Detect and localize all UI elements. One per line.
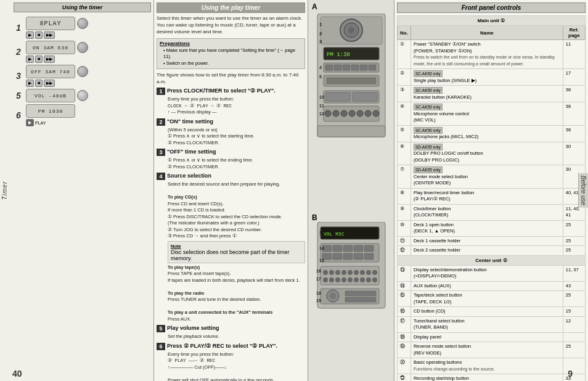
item-num-20: ⑳ <box>398 358 411 374</box>
badge-2: SC-AK50 only <box>414 70 443 77</box>
table-row: ⑮ Tape/deck select button(TAPE, DECK 1/2… <box>398 291 586 307</box>
svg-point-63 <box>323 277 328 282</box>
step-title-5: Play volume setting <box>167 325 219 331</box>
table-row: ⑤ SC-AK50 only Microphone jacks (MIC1, M… <box>398 125 586 142</box>
item-ref-3: 38 <box>563 86 585 102</box>
svg-point-62 <box>372 270 377 275</box>
table-row: ⑬ Display select/demonstration button(=D… <box>398 265 586 281</box>
step-num-2: 2 <box>16 47 23 57</box>
step-content-2: (Within 5 seconds or so) ① Press ∧ or ∨ … <box>168 127 305 147</box>
svg-rect-23 <box>353 92 377 101</box>
svg-point-54 <box>323 270 328 275</box>
front-panel-title: Front panel controls <box>397 2 586 13</box>
svg-point-4 <box>348 27 354 33</box>
display-1: 8PLAY <box>39 20 61 27</box>
svg-point-27 <box>325 110 331 117</box>
device-box-3: OFF 3AM 740 <box>26 65 75 78</box>
step-content-5: Set the playback volume. <box>168 334 305 340</box>
svg-text:10: 10 <box>319 95 324 99</box>
step-content-1: Every time you press the button: CLOCK →… <box>168 96 305 116</box>
step-title-1: Press CLOCK/TIMER to select "② PLAY". <box>167 88 276 94</box>
svg-point-57 <box>341 270 346 275</box>
step-num-5: 5 <box>16 91 23 100</box>
svg-rect-42 <box>333 245 342 252</box>
item-ref-6: 30 <box>563 142 585 165</box>
step-block-2: 2 "ON" time setting (Within 5 seconds or… <box>157 118 305 147</box>
step-number-5: 5 <box>157 325 165 332</box>
svg-text:16: 16 <box>316 269 321 273</box>
center-unit-label: Center unit ① <box>398 255 586 265</box>
svg-text:19: 19 <box>316 298 321 303</box>
step-content-4: Select the desired source and then prepa… <box>168 181 305 240</box>
badge-5: SC-AK50 only <box>414 127 443 134</box>
svg-text:14: 14 <box>319 246 324 250</box>
item-ref-11: 25 <box>563 236 585 246</box>
svg-point-58 <box>348 270 353 275</box>
step-header-6: 6 Press ② PLAY/② REC to select "② PLAY". <box>157 343 305 350</box>
svg-rect-43 <box>343 245 353 252</box>
play-timer-intro: Select this timer when you want to use t… <box>157 15 305 36</box>
table-row: ⑰ Tuner/band select button(TUNER, BAND) … <box>398 316 586 332</box>
svg-text:13: 13 <box>319 231 324 235</box>
play-aux-title: To play a unit connected to the "AUX" te… <box>168 309 272 315</box>
step-row-6: 6 PM 1030 ▶ PLAY <box>16 104 149 126</box>
table-row: ⑦ SD-AK55 only Center mode select button… <box>398 165 586 189</box>
item-num-13: ⑬ <box>398 265 411 281</box>
display-5: VOL -48dB <box>35 93 67 99</box>
play-tape-title: To play tape(s) <box>168 264 200 270</box>
item-num-11: ⑪ <box>398 236 411 246</box>
left-content: Using the timer 1 8PLAY ▶ ■ ▶▶ <box>11 0 153 381</box>
item-name-20: Basic operating buttons Functions change… <box>410 358 563 374</box>
svg-rect-44 <box>354 245 363 252</box>
play-btn-6: ▶ <box>26 119 34 126</box>
svg-rect-35 <box>317 126 385 137</box>
item-ref-5: 38 <box>563 125 585 142</box>
svg-text:1: 1 <box>319 22 322 27</box>
table-row: ⑩ Deck 1 open button(DECK 1, ▲ OPEN) 25 <box>398 220 586 236</box>
item-name-1: Power "STANDBY ①/ON" switch (POWER, STAN… <box>410 40 563 69</box>
svg-text:VOL  MIC: VOL MIC <box>324 231 345 237</box>
step-title-4: Source selection <box>167 173 211 179</box>
svg-point-69 <box>360 277 365 282</box>
table-row: ④ SC-AK50 only Microphone volume control… <box>398 102 586 126</box>
item-num-15: ⑮ <box>398 291 411 307</box>
item-name-18: Display panel <box>410 332 563 342</box>
item-name-12: Deck 2 cassette holder <box>410 246 563 256</box>
knob-2 <box>77 42 88 53</box>
svg-text:4: 4 <box>319 65 322 70</box>
step-block-3: 3 "OFF" time setting ① Press ∧ or ∨ to s… <box>157 149 305 170</box>
note-title-4: Note <box>171 244 181 249</box>
step-number-2: 2 <box>157 118 165 126</box>
item-name-9: Clock/timer button(CLOCK/TIMER) <box>410 204 563 220</box>
item-ref-14: 43 <box>563 281 585 291</box>
table-row: ② SC-AK50 only Single play button (SINGL… <box>398 69 586 86</box>
item-num-17: ⑰ <box>398 316 411 332</box>
ctrl-btn-ff: ▶▶ <box>44 31 55 39</box>
step-title-2: "ON" time setting <box>167 118 213 125</box>
svg-rect-48 <box>343 253 353 260</box>
table-row: ⑯ CD button (CD) 15 <box>398 307 586 317</box>
svg-point-66 <box>341 277 346 282</box>
item-name-4: SC-AK50 only Microphone volume control(M… <box>410 102 563 126</box>
play-radio-title: To play the radio <box>168 290 204 296</box>
item-ref-13: 11, 37 <box>563 265 585 281</box>
svg-point-60 <box>360 270 365 275</box>
item-num-1: ① <box>398 40 411 69</box>
item-ref-19: 25 <box>563 342 585 358</box>
ctrl-btn-stop-3: ■ <box>35 80 43 87</box>
svg-rect-45 <box>364 245 374 252</box>
device-box-5: VOL -48dB <box>26 89 75 102</box>
item-name-3: SC-AK50 only Karaoke button (KARAOKE) <box>410 86 563 102</box>
note-text-4: Disc selection does not become part of t… <box>171 249 290 261</box>
page-num-right: 9 <box>568 369 573 379</box>
svg-point-28 <box>333 110 339 117</box>
svg-point-64 <box>329 277 334 282</box>
svg-rect-20 <box>327 78 376 84</box>
svg-point-32 <box>365 110 371 117</box>
using-timer-header: Using the timer <box>14 2 151 12</box>
badge-3: SC-AK50 only <box>414 87 443 94</box>
step-header-3: 3 "OFF" time setting <box>157 149 305 156</box>
label-a: A <box>312 2 317 11</box>
step-content-4b: To play tape(s) Press TAPE and insert ta… <box>168 264 305 323</box>
svg-rect-50 <box>364 253 374 260</box>
